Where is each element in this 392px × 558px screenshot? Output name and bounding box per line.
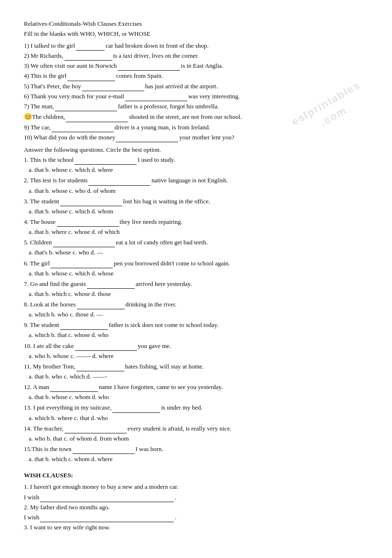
q12-blank[interactable] — [50, 385, 98, 392]
q9-text: 9. The studentfather is sick does not co… — [24, 320, 368, 330]
q14-text: 14. The teacher,every student is afraid,… — [24, 424, 368, 433]
q6-blank[interactable] — [51, 262, 113, 268]
fill-item-6: 6) Thank you very much for your e-mailwa… — [24, 92, 368, 101]
fill-item-5: 5) That's Peter, the boyhas just arrived… — [24, 82, 368, 91]
title-line1: Relatives-Conditionals-Wish Clauses Exer… — [24, 19, 368, 29]
q2-text: 2. This test is for studentsnative langu… — [24, 176, 368, 185]
q3-text: 3. The studentlost his bag is waiting in… — [24, 197, 368, 206]
fill-in-section: 1) I talked to the girlcar had broken do… — [24, 41, 368, 142]
title-line2: Fill in the blanks with WHO, WHICH, or W… — [24, 29, 368, 39]
fill-item-1: 1) I talked to the girlcar had broken do… — [24, 41, 368, 51]
q14-blank[interactable] — [64, 427, 127, 433]
q11-blank[interactable] — [76, 365, 124, 371]
q10-options: a. who b. whose c. ——- d. where — [29, 351, 368, 361]
q7-blank[interactable] — [87, 282, 135, 289]
q11-text: 11. My brother Tom,hates fishing, will s… — [24, 362, 368, 371]
q4-options: a. that b. where c. whose d. of which — [29, 227, 368, 237]
blank-9[interactable] — [52, 126, 114, 132]
blank-8[interactable] — [66, 116, 128, 122]
q8-text: 8. Look at the horsesdrinking in the riv… — [24, 300, 368, 309]
q10-blank[interactable] — [75, 344, 137, 351]
fill-item-9: 9) The car,driver is a young man, is fro… — [24, 123, 368, 132]
blank-1[interactable] — [76, 44, 105, 51]
q13-text: 13. I put everything in my suitcase,is u… — [24, 403, 368, 412]
blank-6[interactable] — [125, 95, 187, 101]
q10-text: 10. I ate all the cakeyou gave me. — [24, 341, 368, 351]
q5-blank[interactable] — [53, 241, 115, 247]
blank-7[interactable] — [55, 105, 117, 111]
wish-section: WISH CLAUSES: 1. I haven't got enough mo… — [24, 471, 368, 532]
blank-4[interactable] — [67, 74, 115, 81]
q13-blank[interactable] — [112, 406, 160, 413]
q9-options: a. which b. that c. whose d. who — [29, 330, 368, 340]
wish-header: WISH CLAUSES: — [24, 471, 368, 480]
blank-10[interactable] — [116, 136, 178, 142]
q12-options: a. that b. whose c. whom d. who — [29, 392, 368, 402]
q2-blank[interactable] — [88, 179, 150, 186]
q15-blank[interactable] — [73, 447, 135, 454]
worksheet: Relatives-Conditionals-Wish Clauses Exer… — [24, 19, 368, 532]
q3-blank[interactable] — [60, 200, 122, 206]
fill-item-10: 10) What did you do with the moneyyour m… — [24, 133, 368, 142]
blank-5[interactable] — [82, 84, 144, 91]
q14-options: a. who b. that c. of whom d. from whom — [29, 434, 368, 443]
title-section: Relatives-Conditionals-Wish Clauses Exer… — [24, 19, 368, 38]
q3-options: a. that b. whose c. which d. whom — [29, 207, 368, 216]
blank-2[interactable] — [64, 54, 112, 61]
q13-options: a. which b. where c. that d. who — [29, 413, 368, 423]
wish-3-prompt: 3. I want to see my wife right now. — [24, 523, 368, 532]
q11-options: a. that b. who c. which d. ——- — [29, 372, 368, 381]
fill-item-4: 4) This is the girlcomes from Spain. — [24, 71, 368, 81]
q1-options: a. that b. whose c. which d. where — [29, 165, 368, 175]
q9-blank[interactable] — [60, 323, 108, 330]
fill-item-7: 7) The man,father is a professor, forgot… — [24, 102, 368, 111]
q15-options: a. that b. which c. whom d. where — [29, 454, 368, 464]
fill-item-8: 😊The children,shouted in the street, are… — [24, 112, 368, 122]
q5-options: a. that's b. whose c. who d. — — [29, 248, 368, 257]
q8-blank[interactable] — [77, 303, 125, 309]
wish-1-line: I wish. — [24, 493, 368, 502]
q1-text: 1. This is the schoolI used to study. — [24, 155, 368, 165]
q7-options: a. that b. which c. whose d. those — [29, 289, 368, 299]
wish-1-prompt: 1. I haven't got enough money to buy a n… — [24, 482, 368, 492]
q1-blank[interactable] — [74, 158, 137, 165]
blank-3[interactable] — [118, 64, 180, 71]
q6-text: 6. The girlpen you borrowed didn't come … — [24, 259, 368, 268]
q4-text: 4. The housethey live needs repairing. — [24, 217, 368, 227]
smiley-icon: 😊 — [24, 113, 32, 120]
q12-text: 12. A manname I have forgotten, came to … — [24, 382, 368, 392]
answer-header: Answer the following questions. Circle t… — [24, 145, 368, 155]
page-wrapper: eslprintables.com Relatives-Conditionals… — [24, 19, 368, 533]
q7-text: 7. Go and find the guestsarrived here ye… — [24, 279, 368, 289]
q15-text: 15.This is the townI was born. — [24, 444, 368, 454]
q5-text: 5. Childreneat a lot of candy often get … — [24, 238, 368, 247]
fill-item-2: 2) Mr Richards,is a taxi driver, lives o… — [24, 51, 368, 61]
q2-options: a. that b. whose c. who d. of whom — [29, 186, 368, 196]
q6-options: a. that b. whose c. which d. whose — [29, 269, 368, 278]
wish-2-prompt: 2. My father died two months ago. — [24, 503, 368, 512]
q4-blank[interactable] — [57, 220, 119, 227]
wish-1-blank[interactable] — [40, 495, 174, 502]
answer-section: Answer the following questions. Circle t… — [24, 145, 368, 464]
fill-item-3: 3) We often visit our aunt in Norwichis … — [24, 61, 368, 71]
q8-options: a. which b. who c. those d. — — [29, 310, 368, 319]
wish-2-blank[interactable] — [40, 516, 174, 522]
wish-2-line: I wish. — [24, 513, 368, 522]
